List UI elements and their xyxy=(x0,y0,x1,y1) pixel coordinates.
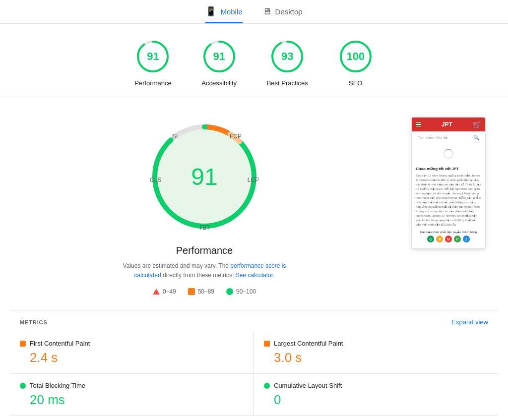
mock-logo: JPT xyxy=(441,121,452,128)
tab-mobile[interactable]: 📱 Mobile xyxy=(205,6,242,23)
mock-icon-3: M xyxy=(445,236,452,242)
metric-cls-dot xyxy=(264,383,270,389)
metric-tbt-name: Total Blocking Time xyxy=(30,382,85,389)
mock-cart-icon: 🛒 xyxy=(473,120,481,128)
score-label-accessibility: Accessibility xyxy=(201,79,237,87)
metric-tbt-header: Total Blocking Time xyxy=(20,382,244,389)
score-value-seo: 100 xyxy=(346,50,365,63)
legend-pass: 90–100 xyxy=(226,288,256,295)
mobile-icon: 📱 xyxy=(205,6,216,17)
score-circle-best-practices: 93 xyxy=(269,39,305,74)
mock-footer-text: Đại diện phân phối độc quyền chính hãng xyxy=(416,230,481,234)
mock-nav-icon xyxy=(416,122,421,127)
metrics-header: METRICS Expand view xyxy=(0,310,508,332)
score-accessibility[interactable]: 91 Accessibility xyxy=(201,39,237,87)
main-content: SI FCP CLS LCP TBT 91 Performance Values… xyxy=(0,97,508,310)
metric-lcp-name: Largest Contentful Paint xyxy=(274,340,343,347)
mock-icon-2: ★ xyxy=(436,236,443,242)
metric-lcp-header: Largest Contentful Paint xyxy=(264,340,488,347)
legend-average: 50–89 xyxy=(188,288,214,295)
mock-search-placeholder: Tìm kiếm tiêu đề xyxy=(418,135,447,140)
mock-icon-4: P xyxy=(454,236,461,242)
pass-icon xyxy=(226,288,233,295)
mock-header: JPT 🛒 xyxy=(412,118,485,131)
score-best-practices[interactable]: 93 Best Practices xyxy=(267,39,308,87)
metrics-grid: First Contentful Paint 2.4 s Largest Con… xyxy=(0,332,508,420)
score-value-performance: 91 xyxy=(147,50,159,63)
metric-cls-value: 0 xyxy=(264,392,488,408)
legend-fail-label: 0–49 xyxy=(163,288,176,295)
metric-fcp: First Contentful Paint 2.4 s xyxy=(10,332,254,374)
screenshot-section: JPT 🛒 Tìm kiếm tiêu đề 🔍 Chào mừng tới v… xyxy=(409,112,488,295)
perf-description: Values are estimated and may vary. The p… xyxy=(115,261,294,280)
mock-body: Chào mừng tới với JPT Sau hơn 10 năm khô… xyxy=(412,164,485,248)
mock-icon-1: G xyxy=(427,236,434,242)
metric-lcp: Largest Contentful Paint 3.0 s xyxy=(254,332,498,374)
metric-tbt: Total Blocking Time 20 ms xyxy=(10,374,254,416)
score-circle-seo: 100 xyxy=(338,39,374,74)
score-seo[interactable]: 100 SEO xyxy=(338,39,374,87)
mock-headline: Chào mừng tới với JPT xyxy=(416,167,481,172)
gauge-label-lcp: LCP xyxy=(248,177,259,183)
gauge-section: SI FCP CLS LCP TBT 91 Performance Values… xyxy=(20,112,389,295)
score-label-seo: SEO xyxy=(349,79,362,87)
expand-view-button[interactable]: Expand view xyxy=(451,318,488,326)
gauge-label-si: SI xyxy=(172,133,178,140)
metric-lcp-dot xyxy=(264,341,270,347)
fail-icon xyxy=(153,289,160,295)
mock-search-icon: 🔍 xyxy=(473,135,479,140)
metric-fcp-name: First Contentful Paint xyxy=(30,340,90,347)
score-value-accessibility: 91 xyxy=(213,50,225,63)
legend-pass-label: 90–100 xyxy=(236,288,256,295)
gauge-wrapper: SI FCP CLS LCP TBT 91 xyxy=(140,112,269,241)
tab-bar: 📱 Mobile 🖥 Desktop xyxy=(0,0,508,24)
gauge-label-fcp: FCP xyxy=(230,133,242,140)
metric-tbt-dot xyxy=(20,383,26,389)
mock-search-bar: Tìm kiếm tiêu đề 🔍 xyxy=(415,133,482,142)
average-icon xyxy=(188,288,195,295)
score-label-best-practices: Best Practices xyxy=(267,79,308,87)
metric-si: Speed Index 2.4 s xyxy=(10,416,254,420)
calculator-link[interactable]: See calculator. xyxy=(236,272,275,279)
mock-text: Sau hơn 10 năm không ngừng phát triển, J… xyxy=(416,174,481,227)
metric-cls-header: Cumulative Layout Shift xyxy=(264,382,488,389)
score-value-best-practices: 93 xyxy=(281,50,293,63)
mock-loading xyxy=(412,144,485,164)
score-circle-performance: 91 xyxy=(135,39,171,74)
metric-cls-name: Cumulative Layout Shift xyxy=(274,382,342,389)
metrics-title: METRICS xyxy=(20,319,48,325)
score-circle-accessibility: 91 xyxy=(201,39,237,74)
mock-social-icons: G ★ M P Z xyxy=(416,236,481,242)
scores-section: 91 Performance 91 Accessibility 93 Best … xyxy=(0,24,508,97)
gauge-label-cls: CLS xyxy=(150,177,161,183)
tab-desktop[interactable]: 🖥 Desktop xyxy=(262,6,303,23)
website-screenshot: JPT 🛒 Tìm kiếm tiêu đề 🔍 Chào mừng tới v… xyxy=(411,117,486,249)
gauge-score: 91 xyxy=(191,163,217,190)
legend-fail: 0–49 xyxy=(153,288,176,295)
metric-cls: Cumulative Layout Shift 0 xyxy=(254,374,498,416)
metric-fcp-dot xyxy=(20,341,26,347)
metric-tbt-value: 20 ms xyxy=(20,392,244,408)
metric-fcp-value: 2.4 s xyxy=(20,350,244,365)
mock-icon-5: Z xyxy=(463,236,470,242)
legend: 0–49 50–89 90–100 xyxy=(153,288,256,295)
performance-title: Performance xyxy=(176,245,233,256)
gauge-center: 91 xyxy=(191,163,217,190)
tab-desktop-label: Desktop xyxy=(275,7,303,16)
desktop-icon: 🖥 xyxy=(262,6,271,17)
mock-spinner xyxy=(444,149,453,159)
gauge-label-tbt: TBT xyxy=(199,224,210,231)
metric-lcp-value: 3.0 s xyxy=(264,350,488,365)
legend-average-label: 50–89 xyxy=(198,288,214,295)
score-performance[interactable]: 91 Performance xyxy=(134,39,171,87)
metric-fcp-header: First Contentful Paint xyxy=(20,340,244,347)
score-label-performance: Performance xyxy=(134,79,171,87)
tab-mobile-label: Mobile xyxy=(220,7,242,16)
